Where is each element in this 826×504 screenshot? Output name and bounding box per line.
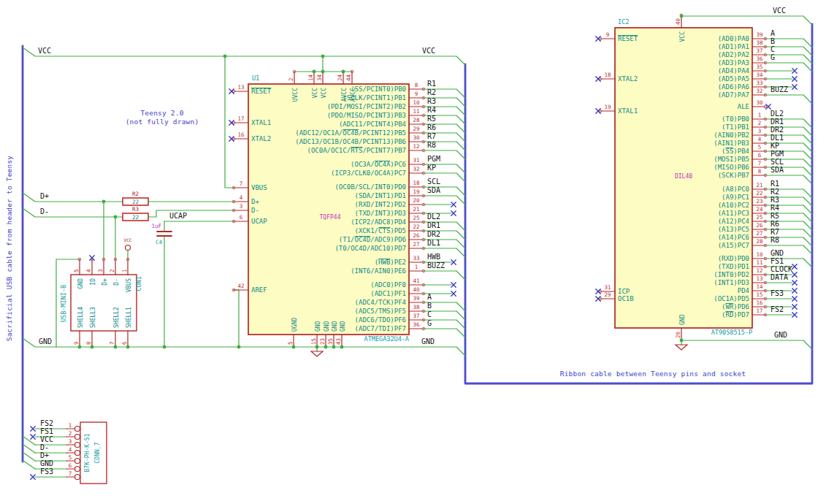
wire[interactable]	[681, 340, 812, 349]
net-label-VCC[interactable]: VCC	[422, 47, 435, 55]
net-label-R6[interactable]: R6	[427, 123, 436, 131]
wire[interactable]	[23, 47, 465, 65]
net-label-R4[interactable]: R4	[427, 106, 436, 114]
wire[interactable]	[23, 460, 35, 469]
net-label-SCL[interactable]: SCL	[770, 158, 784, 166]
wire[interactable]	[23, 444, 35, 453]
net-label-KP[interactable]: KP	[770, 142, 779, 150]
net-label-B[interactable]: B	[427, 302, 432, 310]
refdes-C4[interactable]: C4	[156, 239, 163, 245]
net-label-R8[interactable]: R8	[427, 141, 436, 149]
net-label-SDA[interactable]: SDA	[427, 186, 440, 194]
net-label-R1[interactable]: R1	[770, 180, 779, 188]
refdes-u1[interactable]: U1	[252, 75, 259, 82]
conn7-value[interactable]: CONN_7	[94, 442, 101, 463]
net-label-DL1[interactable]: DL1	[770, 134, 784, 142]
net-label-D+[interactable]: D+	[40, 192, 49, 200]
net-label-DL2[interactable]: DL2	[427, 213, 440, 221]
value-R2[interactable]: 22	[132, 199, 139, 205]
net-label-D+[interactable]: D+	[40, 451, 49, 459]
net-label-CLOCK[interactable]: CLOCK	[770, 265, 792, 273]
net-label-D-[interactable]: D-	[40, 443, 49, 451]
wire-net-SDA[interactable]	[424, 196, 465, 205]
ground-symbol[interactable]	[676, 345, 687, 350]
net-label-UCAP[interactable]: UCAP	[169, 212, 187, 220]
net-label-B[interactable]: B	[770, 37, 775, 45]
net-label-R4[interactable]: R4	[770, 204, 779, 212]
comment-text[interactable]: Teensy 2.0	[140, 109, 183, 117]
net-label-DL1[interactable]: DL1	[427, 239, 440, 247]
net-label-GND[interactable]: GND	[770, 249, 784, 257]
net-label-HWB[interactable]: HWB	[427, 253, 440, 261]
value-C4[interactable]: 1uF	[151, 223, 161, 229]
wire[interactable]	[148, 210, 234, 217]
net-label-R3[interactable]: R3	[770, 196, 779, 204]
wire-net-BUZZ[interactable]	[424, 271, 465, 280]
comment-text[interactable]: Sacrificial USB cable from header to Tee…	[5, 156, 13, 342]
net-label-DR1[interactable]: DR1	[427, 221, 440, 229]
net-label-R6[interactable]: R6	[770, 220, 779, 228]
net-label-D-[interactable]: D-	[40, 207, 49, 215]
net-label-R1[interactable]: R1	[427, 80, 436, 88]
net-label-C[interactable]: C	[427, 310, 432, 318]
refdes-ic2[interactable]: IC2	[618, 18, 629, 26]
net-label-SCL[interactable]: SCL	[427, 177, 440, 186]
comment-text[interactable]: (not fully drawn)	[126, 118, 199, 126]
net-label-R7[interactable]: R7	[770, 228, 779, 236]
net-label-SDA[interactable]: SDA	[770, 166, 784, 174]
chip-name-ic2[interactable]: AT90S8515-P	[711, 329, 752, 336]
net-label-BUZZ[interactable]: BUZZ	[770, 85, 788, 93]
value-R3[interactable]: 22	[132, 214, 139, 221]
net-label-VCC[interactable]: VCC	[40, 435, 53, 443]
net-label-GND[interactable]: GND	[774, 331, 787, 339]
net-label-PGM[interactable]: PGM	[427, 155, 440, 163]
net-label-R2[interactable]: R2	[770, 188, 779, 196]
net-label-FS1[interactable]: FS1	[770, 257, 784, 265]
net-label-A[interactable]: A	[427, 293, 432, 301]
net-label-VCC[interactable]: VCC	[773, 7, 786, 15]
conn7-ref[interactable]: B7K-PH-K-S1	[84, 433, 91, 472]
wire-net-G[interactable]	[765, 63, 812, 72]
net-label-GND[interactable]: GND	[40, 459, 53, 467]
net-label-R5[interactable]: R5	[427, 115, 436, 123]
net-label-DR1[interactable]: DR1	[770, 118, 784, 126]
ground-symbol[interactable]	[311, 351, 323, 356]
wire[interactable]	[23, 452, 35, 461]
net-label-FS3[interactable]: FS3	[770, 289, 784, 297]
net-label-FS2[interactable]: FS2	[770, 305, 784, 313]
refdes-R3[interactable]: R3	[132, 206, 139, 213]
net-label-R3[interactable]: R3	[427, 97, 436, 105]
net-label-R7[interactable]: R7	[427, 132, 436, 140]
usb-value[interactable]: USB-MINI-B	[60, 285, 67, 322]
net-label-VCC[interactable]: VCC	[38, 47, 51, 55]
net-label-DATA[interactable]: DATA	[770, 273, 788, 281]
net-label-G[interactable]: G	[427, 319, 432, 327]
net-label-GND[interactable]: GND	[421, 337, 435, 345]
net-label-PGM[interactable]: PGM	[770, 150, 784, 158]
net-label-FS1[interactable]: FS1	[40, 427, 53, 435]
net-label-C[interactable]: C	[770, 45, 775, 53]
wire[interactable]	[234, 290, 239, 347]
wire-net-BUZZ[interactable]	[765, 95, 812, 104]
comment-text[interactable]: Ribbon cable between Teensy pins and soc…	[560, 370, 746, 378]
net-label-G[interactable]: G	[770, 53, 775, 61]
net-label-KP[interactable]: KP	[427, 164, 436, 172]
wire[interactable]	[23, 208, 123, 217]
net-label-R8[interactable]: R8	[770, 236, 779, 244]
refdes-R2[interactable]: R2	[132, 191, 139, 197]
net-label-FS2[interactable]: FS2	[40, 419, 53, 427]
refdes-con1[interactable]: CON1	[135, 276, 142, 291]
net-label-R2[interactable]: R2	[427, 88, 436, 96]
net-label-DR2[interactable]: DR2	[427, 230, 440, 238]
net-label-A[interactable]: A	[770, 29, 775, 37]
net-label-GND[interactable]: GND	[39, 337, 52, 345]
wire-net-G[interactable]	[424, 329, 465, 337]
chip-name-u1[interactable]: ATMEGA32U4-A	[364, 335, 409, 343]
net-label-BUZZ[interactable]: BUZZ	[427, 261, 445, 270]
net-label-DR2[interactable]: DR2	[770, 126, 784, 134]
wire[interactable]	[23, 193, 123, 202]
net-label-DL2[interactable]: DL2	[770, 110, 784, 118]
wire[interactable]	[681, 16, 812, 25]
net-label-FS3[interactable]: FS3	[40, 467, 53, 476]
net-label-R5[interactable]: R5	[770, 212, 779, 220]
